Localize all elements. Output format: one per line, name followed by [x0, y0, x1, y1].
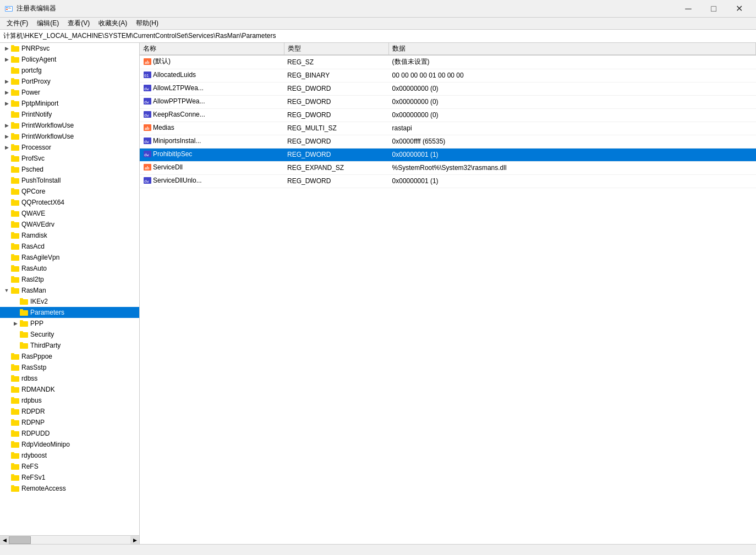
tree-item[interactable]: PrintNotify — [0, 109, 139, 120]
tree-item[interactable]: Ramdisk — [0, 230, 139, 241]
tree-item-label: QPCore — [21, 188, 45, 195]
tree-expander-icon: ▶ — [2, 121, 11, 130]
tree-item[interactable]: Psched — [0, 164, 139, 175]
menu-edit[interactable]: 编辑(E) — [32, 18, 63, 29]
folder-icon — [11, 276, 21, 284]
table-row[interactable]: dw KeepRasConne...REG_DWORD0x00000000 (0… — [140, 108, 756, 122]
tree-item[interactable]: RasSstp — [0, 362, 139, 373]
cell-type: REG_DWORD — [284, 148, 389, 161]
tree-item-label: IKEv2 — [30, 298, 48, 305]
menu-file[interactable]: 文件(F) — [2, 18, 32, 29]
tree-item[interactable]: RDPNP — [0, 417, 139, 428]
folder-icon — [20, 331, 30, 339]
tree-item[interactable]: ▶ PrintWorkflowUse — [0, 131, 139, 142]
minimize-button[interactable]: ─ — [676, 0, 701, 18]
tree-item[interactable]: QWAVEdrv — [0, 219, 139, 230]
tree-item[interactable]: RasAgileVpn — [0, 252, 139, 263]
tree-item[interactable]: ▶ PortProxy — [0, 76, 139, 87]
menu-view[interactable]: 查看(V) — [63, 18, 94, 29]
col-data-header[interactable]: 数据 — [389, 43, 756, 55]
table-row[interactable]: 01 AllocatedLuidsREG_BINARY00 00 00 00 0… — [140, 69, 756, 82]
tree-item[interactable]: rdbss — [0, 373, 139, 384]
scroll-thumb[interactable] — [9, 536, 31, 544]
tree-item[interactable]: ▼ RasMan — [0, 285, 139, 296]
table-row[interactable]: dw AllowPPTPWea...REG_DWORD0x00000000 (0… — [140, 95, 756, 108]
tree-item[interactable]: Security — [0, 329, 139, 340]
tree-item[interactable]: ▶ PolicyAgent — [0, 54, 139, 65]
tree-item[interactable]: ▶ PPP — [0, 318, 139, 329]
table-row[interactable]: ab ServiceDllREG_EXPAND_SZ%SystemRoot%\S… — [140, 161, 756, 174]
folder-icon — [11, 144, 21, 152]
tree-item[interactable]: RDMANDK — [0, 384, 139, 395]
maximize-button[interactable]: □ — [701, 0, 726, 18]
address-bar[interactable]: 计算机\HKEY_LOCAL_MACHINE\SYSTEM\CurrentCon… — [0, 30, 756, 43]
tree-item[interactable]: ▶ PrintWorkflowUse — [0, 120, 139, 131]
tree-item[interactable]: ▶ Power — [0, 87, 139, 98]
tree-item[interactable]: portcfg — [0, 65, 139, 76]
tree-expander-icon — [2, 473, 11, 482]
close-button[interactable]: ✕ — [726, 0, 752, 18]
table-row[interactable]: ab MediasREG_MULTI_SZrastapi — [140, 122, 756, 135]
tree-item[interactable]: rdpbus — [0, 395, 139, 406]
cell-type: REG_DWORD — [284, 95, 389, 108]
tree-item[interactable]: Parameters — [0, 307, 139, 318]
folder-icon — [11, 474, 21, 482]
table-row[interactable]: dw ServiceDllUnlo...REG_DWORD0x00000001 … — [140, 174, 756, 188]
folder-icon — [11, 67, 21, 75]
tree-item[interactable]: QPCore — [0, 186, 139, 197]
tree-item[interactable]: ThirdParty — [0, 340, 139, 351]
cell-data: 0x00000001 (1) — [389, 148, 756, 161]
tree-expander-icon — [11, 308, 20, 317]
cell-name: dw AllowL2TPWea... — [140, 82, 284, 95]
entry-name: AllocatedLuids — [153, 71, 196, 79]
tree-item[interactable]: ProfSvc — [0, 153, 139, 164]
table-row[interactable]: dw AllowL2TPWea...REG_DWORD0x00000000 (0… — [140, 82, 756, 95]
table-scroll[interactable]: 名称 类型 数据 ab (默认)REG_SZ(数值未设置) 01 Allocat… — [140, 43, 756, 544]
svg-rect-41 — [11, 232, 14, 234]
col-name-header[interactable]: 名称 — [140, 43, 284, 55]
scroll-left-arrow[interactable]: ◀ — [0, 536, 9, 545]
table-row[interactable]: ab (默认)REG_SZ(数值未设置) — [140, 55, 756, 69]
tree-item[interactable]: RdpVideoMinipo — [0, 439, 139, 450]
tree-hscroll[interactable]: ◀ ▶ — [0, 535, 139, 544]
tree-item[interactable]: ReFSv1 — [0, 472, 139, 483]
entry-name: Medias — [153, 124, 174, 131]
tree-item-label: Processor — [21, 144, 51, 151]
menu-favorites[interactable]: 收藏夹(A) — [94, 18, 132, 29]
tree-item[interactable]: RasPppoe — [0, 351, 139, 362]
svg-rect-45 — [11, 254, 14, 256]
tree-item[interactable]: RasAcd — [0, 241, 139, 252]
tree-expander-icon — [2, 187, 11, 196]
folder-icon — [11, 188, 21, 196]
table-row[interactable]: dw MiniportsInstal...REG_DWORD0x0000ffff… — [140, 135, 756, 148]
table-row[interactable]: dw ProhibitIpSecREG_DWORD0x00000001 (1) — [140, 148, 756, 161]
menu-help[interactable]: 帮助(H) — [132, 18, 163, 29]
svg-rect-31 — [11, 177, 14, 179]
cell-type: REG_BINARY — [284, 69, 389, 82]
tree-scroll[interactable]: ▶ PNRPsvc▶ PolicyAgent portcfg▶ PortProx… — [0, 43, 139, 535]
scroll-right-arrow[interactable]: ▶ — [130, 536, 139, 545]
cell-name: dw ServiceDllUnlo... — [140, 174, 284, 188]
tree-item[interactable]: RDPUDD — [0, 428, 139, 439]
folder-icon — [11, 452, 21, 460]
tree-item[interactable]: Rasl2tp — [0, 274, 139, 285]
tree-item[interactable]: IKEv2 — [0, 296, 139, 307]
col-type-header[interactable]: 类型 — [284, 43, 389, 55]
tree-item[interactable]: rdyboost — [0, 450, 139, 461]
tree-item-label: RDPNP — [21, 419, 45, 426]
cell-name: ab Medias — [140, 122, 284, 135]
tree-item[interactable]: ▶ PNRPsvc — [0, 43, 139, 54]
tree-item-label: rdyboost — [21, 452, 47, 459]
tree-item[interactable]: QWAVE — [0, 208, 139, 219]
window-controls[interactable]: ─ □ ✕ — [676, 0, 752, 18]
tree-item[interactable]: ▶ PptpMiniport — [0, 98, 139, 109]
tree-item[interactable]: RemoteAccess — [0, 483, 139, 494]
cell-name: ab ServiceDll — [140, 161, 284, 174]
tree-item[interactable]: ▶ Processor — [0, 142, 139, 153]
tree-item[interactable]: QQProtectX64 — [0, 197, 139, 208]
tree-item[interactable]: ReFS — [0, 461, 139, 472]
tree-item[interactable]: RasAuto — [0, 263, 139, 274]
cell-name: dw MiniportsInstal... — [140, 135, 284, 148]
tree-item[interactable]: RDPDR — [0, 406, 139, 417]
tree-item[interactable]: PushToInstall — [0, 175, 139, 186]
